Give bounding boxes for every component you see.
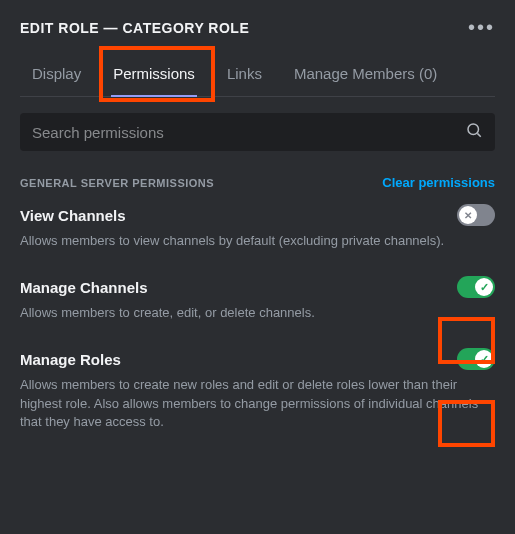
- more-options-icon[interactable]: •••: [468, 16, 495, 39]
- clear-permissions-link[interactable]: Clear permissions: [382, 175, 495, 190]
- permission-title: Manage Roles: [20, 351, 121, 368]
- permission-description: Allows members to create new roles and e…: [20, 376, 495, 431]
- page-title: EDIT ROLE — CATEGORY ROLE: [20, 20, 249, 36]
- tab-bar: Display Permissions Links Manage Members…: [20, 55, 495, 97]
- tab-display[interactable]: Display: [20, 55, 93, 96]
- section-header: GENERAL SERVER PERMISSIONS Clear permiss…: [20, 175, 495, 190]
- toggle-manage-roles[interactable]: [457, 348, 495, 370]
- permission-manage-channels: Manage Channels Allows members to create…: [20, 276, 495, 322]
- permission-description: Allows members to view channels by defau…: [20, 232, 495, 250]
- section-label: GENERAL SERVER PERMISSIONS: [20, 177, 214, 189]
- svg-point-0: [468, 124, 479, 135]
- header: EDIT ROLE — CATEGORY ROLE •••: [20, 16, 495, 39]
- permission-description: Allows members to create, edit, or delet…: [20, 304, 495, 322]
- permission-manage-roles: Manage Roles Allows members to create ne…: [20, 348, 495, 431]
- permission-title: View Channels: [20, 207, 126, 224]
- toggle-knob-icon: [475, 278, 493, 296]
- search-container: [20, 113, 495, 151]
- permission-title: Manage Channels: [20, 279, 148, 296]
- search-input[interactable]: [32, 124, 465, 141]
- tab-permissions[interactable]: Permissions: [101, 55, 207, 96]
- tab-links[interactable]: Links: [215, 55, 274, 96]
- toggle-knob-icon: [475, 350, 493, 368]
- toggle-view-channels[interactable]: [457, 204, 495, 226]
- svg-line-1: [477, 133, 480, 136]
- permission-view-channels: View Channels Allows members to view cha…: [20, 204, 495, 250]
- search-icon: [465, 121, 483, 143]
- toggle-knob-icon: [459, 206, 477, 224]
- toggle-manage-channels[interactable]: [457, 276, 495, 298]
- tab-manage-members[interactable]: Manage Members (0): [282, 55, 449, 96]
